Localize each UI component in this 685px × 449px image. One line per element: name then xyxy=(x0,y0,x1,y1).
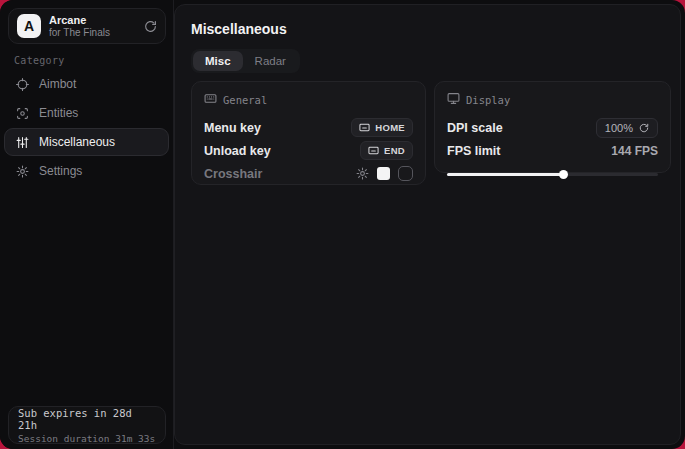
category-label: Category xyxy=(14,55,65,66)
cycle-icon xyxy=(639,123,649,133)
unload-key-value: END xyxy=(384,145,405,156)
sidebar-item-label: Entities xyxy=(39,106,78,120)
refresh-icon[interactable] xyxy=(144,20,157,33)
fps-limit-row: FPS limit 144 FPS xyxy=(447,139,658,162)
tab-radar[interactable]: Radar xyxy=(243,51,298,71)
unload-key-binding[interactable]: END xyxy=(360,141,413,160)
fps-limit-label: FPS limit xyxy=(447,144,500,158)
dpi-scale-value: 100% xyxy=(605,122,633,134)
crosshair-controls xyxy=(356,166,413,181)
unload-key-label: Unload key xyxy=(204,144,271,158)
scan-icon xyxy=(15,107,30,120)
session-duration-text: Session duration 31m 33s xyxy=(18,433,156,444)
monitor-icon xyxy=(447,92,460,107)
app-subtitle: for The Finals xyxy=(49,27,144,39)
app-name: Arcane xyxy=(49,14,144,27)
sidebar: A Arcane for The Finals Category Aimbot xyxy=(0,0,174,449)
app-logo: A xyxy=(17,14,41,38)
keyboard-icon xyxy=(204,92,217,107)
tab-misc[interactable]: Misc xyxy=(193,51,243,71)
sidebar-item-label: Miscellaneous xyxy=(39,135,115,149)
general-card-header: General xyxy=(204,92,413,107)
sidebar-item-miscellaneous[interactable]: Miscellaneous xyxy=(4,128,169,156)
app-window: A Arcane for The Finals Category Aimbot xyxy=(0,0,685,449)
display-card-title: Display xyxy=(466,94,510,106)
keyboard-icon xyxy=(368,145,379,156)
crosshair-settings-gear-icon[interactable] xyxy=(356,167,369,180)
menu-key-label: Menu key xyxy=(204,121,261,135)
dpi-scale-row: DPI scale 100% xyxy=(447,116,658,139)
crosshair-row: Crosshair xyxy=(204,162,413,185)
dpi-scale-label: DPI scale xyxy=(447,121,503,135)
crosshair-label: Crosshair xyxy=(204,167,262,181)
keyboard-icon xyxy=(359,122,370,133)
tab-bar: Misc Radar xyxy=(191,49,300,73)
brand-card: A Arcane for The Finals xyxy=(8,8,166,44)
sidebar-item-label: Settings xyxy=(39,164,82,178)
sidebar-item-settings[interactable]: Settings xyxy=(4,157,169,185)
subscription-info: Sub expires in 28d 21h Session duration … xyxy=(8,406,166,444)
menu-key-row: Menu key HOME xyxy=(204,116,413,139)
page-title: Miscellaneous xyxy=(191,21,287,37)
display-card: Display DPI scale 100% FPS limit 144 FPS xyxy=(434,81,671,173)
general-card: General Menu key HOME Unload key END xyxy=(191,81,426,185)
brand-text: Arcane for The Finals xyxy=(49,14,144,38)
sidebar-item-aimbot[interactable]: Aimbot xyxy=(4,70,169,98)
unload-key-row: Unload key END xyxy=(204,139,413,162)
main-panel: Miscellaneous Misc Radar General Menu ke… xyxy=(174,4,681,445)
sidebar-item-entities[interactable]: Entities xyxy=(4,99,169,127)
sidebar-nav: Aimbot Entities Miscella xyxy=(4,70,169,186)
fps-limit-value: 144 FPS xyxy=(611,144,658,158)
sidebar-item-label: Aimbot xyxy=(39,77,76,91)
menu-key-binding[interactable]: HOME xyxy=(351,118,413,137)
crosshair-color-swatch[interactable] xyxy=(377,167,390,180)
menu-key-value: HOME xyxy=(375,122,405,133)
crosshair-checkbox[interactable] xyxy=(398,166,413,181)
crosshair-icon xyxy=(15,78,30,91)
slider-fill xyxy=(447,173,563,176)
slider-thumb[interactable] xyxy=(559,170,568,179)
general-card-title: General xyxy=(223,94,267,106)
dpi-scale-select[interactable]: 100% xyxy=(596,118,658,138)
sub-expiry-text: Sub expires in 28d 21h xyxy=(18,407,156,431)
display-card-header: Display xyxy=(447,92,658,107)
sliders-icon xyxy=(15,136,30,149)
fps-limit-slider[interactable] xyxy=(447,170,658,178)
gear-icon xyxy=(15,165,30,178)
